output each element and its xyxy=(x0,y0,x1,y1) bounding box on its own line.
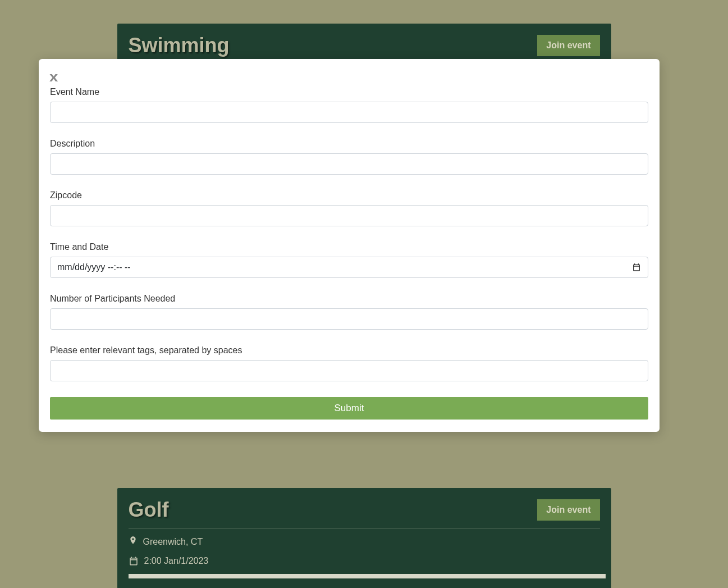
join-event-button[interactable]: Join event xyxy=(537,499,599,521)
description-label: Description xyxy=(50,139,648,149)
join-event-button[interactable]: Join event xyxy=(537,35,599,56)
datetime-row: 2:00 Jan/1/2023 xyxy=(129,556,600,566)
card-body: Greenwich, CT 2:00 Jan/1/2023 xyxy=(129,529,600,578)
description-input[interactable] xyxy=(50,153,648,175)
tags-input[interactable] xyxy=(50,360,648,381)
map-pin-icon xyxy=(129,536,138,548)
event-title: Golf xyxy=(129,498,169,522)
close-icon[interactable]: x xyxy=(49,70,58,84)
form-group-zipcode: Zipcode xyxy=(50,190,648,226)
location-text: Greenwich, CT xyxy=(143,537,203,547)
event-name-input[interactable] xyxy=(50,102,648,123)
event-title: Swimming xyxy=(129,34,230,57)
time-date-input[interactable]: mm/dd/yyyy --:-- -- xyxy=(50,257,648,278)
card-header: Golf Join event xyxy=(129,498,600,529)
form-group-time-date: Time and Date mm/dd/yyyy --:-- -- xyxy=(50,242,648,278)
time-date-label: Time and Date xyxy=(50,242,648,252)
participants-label: Number of Participants Needed xyxy=(50,294,648,304)
form-group-description: Description xyxy=(50,139,648,175)
location-row: Greenwich, CT xyxy=(129,536,600,548)
calendar-picker-icon[interactable] xyxy=(632,263,641,272)
zipcode-input[interactable] xyxy=(50,205,648,226)
tags-label: Please enter relevant tags, separated by… xyxy=(50,345,648,355)
progress-bar xyxy=(129,574,606,578)
calendar-icon xyxy=(129,556,139,566)
submit-button[interactable]: Submit xyxy=(50,397,648,420)
form-group-participants: Number of Participants Needed xyxy=(50,294,648,330)
event-name-label: Event Name xyxy=(50,87,648,97)
zipcode-label: Zipcode xyxy=(50,190,648,200)
participants-input[interactable] xyxy=(50,308,648,330)
datetime-placeholder: mm/dd/yyyy --:-- -- xyxy=(57,262,131,272)
form-group-event-name: Event Name xyxy=(50,87,648,123)
datetime-text: 2:00 Jan/1/2023 xyxy=(144,556,209,566)
form-group-tags: Please enter relevant tags, separated by… xyxy=(50,345,648,381)
create-event-modal: x Event Name Description Zipcode Time an… xyxy=(39,59,660,432)
event-card-golf: Golf Join event Greenwich, CT 2:00 Jan/1… xyxy=(117,488,611,588)
